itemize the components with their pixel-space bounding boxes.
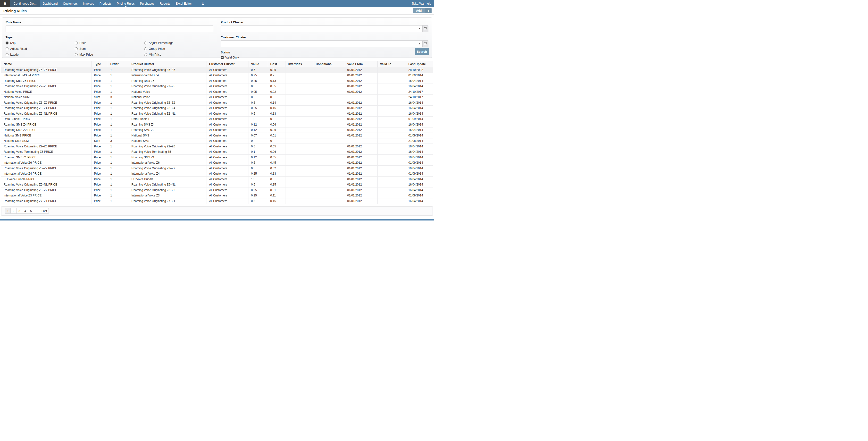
column-header-name[interactable]: Name [1, 61, 92, 67]
nav-item-products[interactable]: Products [97, 0, 114, 7]
column-header-type[interactable]: Type [92, 61, 108, 67]
table-row[interactable]: Roaming Data Z5 PRICEPrice1Roaming Data … [1, 78, 433, 84]
table-cell: All Customers [207, 171, 249, 177]
type-radio-ladder[interactable] [6, 53, 8, 56]
table-row[interactable]: Roaming SMS Z2 PRICEPrice1Roaming SMS Z2… [1, 127, 433, 133]
column-header-conditions[interactable]: Conditions [313, 61, 345, 67]
type-radio-max-price[interactable] [75, 53, 78, 56]
valid-only-checkbox[interactable] [221, 56, 223, 59]
page-button-5[interactable]: 5 [28, 208, 34, 214]
nav-item-reports[interactable]: Reports [157, 0, 173, 7]
valid-only-option[interactable]: Valid Only [221, 56, 428, 59]
type-option-max-price[interactable]: Max Price [75, 53, 144, 56]
nav-item-purchases[interactable]: Purchases [137, 0, 157, 7]
table-row[interactable]: Roaming Voice Originating Z5–Z5 PRICEPri… [1, 67, 433, 73]
nav-item-invoices[interactable]: Invoices [80, 0, 97, 7]
customer-cluster-select[interactable]: ▾ [221, 40, 423, 47]
table-row[interactable]: Roaming SMS Z1 PRICEPrice1Roaming SMS Z1… [1, 155, 433, 160]
product-cluster-copy-button[interactable] [423, 25, 428, 32]
type-radio-sum[interactable] [75, 47, 78, 50]
table-row[interactable]: International Voice Z3 PRICEPrice1Intern… [1, 193, 433, 198]
table-cell: Price [92, 144, 108, 149]
nav-item-dashboard[interactable]: Dashboard [40, 0, 60, 7]
column-header-last-update[interactable]: Last Update [406, 61, 433, 67]
customer-cluster-copy-button[interactable] [423, 40, 428, 47]
type-radio-all[interactable] [6, 41, 8, 45]
page-button-2[interactable]: 2 [11, 208, 17, 214]
column-header-valid-to[interactable]: Valid To [377, 61, 406, 67]
table-cell: 0.15 [268, 198, 285, 204]
nav-item-pricing-rules[interactable]: Pricing Rules [114, 0, 137, 7]
page-button-3[interactable]: 3 [17, 208, 22, 214]
type-radio-adjust-fixed[interactable] [6, 47, 8, 50]
table-row[interactable]: National Voice SUMSum3National VoiceAll … [1, 94, 433, 100]
table-cell [377, 94, 406, 100]
table-cell: 0.25 [249, 78, 268, 84]
table-cell [285, 187, 313, 193]
nav-item-excel-editor[interactable]: Excel Editor [173, 0, 194, 7]
app-logo[interactable]: Ƀ [0, 0, 10, 7]
table-row[interactable]: National SMS SUMSum3National SMSAll Cust… [1, 138, 433, 144]
table-cell [313, 171, 345, 177]
table-row[interactable]: Roaming Voice Terminating Z5 PRICEPrice1… [1, 149, 433, 155]
table-row[interactable]: Roaming Voice Originating Z3–Z2 PRICEPri… [1, 187, 433, 193]
type-option-price[interactable]: Price [75, 41, 144, 45]
table-row[interactable]: Roaming SMS Z4 PRICEPrice1Roaming SMS Z4… [1, 122, 433, 127]
table-row[interactable]: International Voice Z4 PRICEPrice1Intern… [1, 171, 433, 177]
type-option-ladder[interactable]: Ladder [6, 53, 75, 56]
column-header-customer-cluster[interactable]: Customer Cluster [207, 61, 249, 67]
type-option-all[interactable]: (All) [6, 41, 75, 45]
type-radio-price[interactable] [75, 41, 78, 45]
table-cell: 1 [108, 84, 129, 89]
type-options: (All)PriceAdjust PercentageAdjust FixedS… [6, 41, 213, 56]
nav-item-customers[interactable]: Customers [60, 0, 80, 7]
tenant-selector[interactable]: Continuous De… [10, 0, 40, 7]
table-cell: Roaming Voice Originating Z7–Z1 [129, 198, 207, 204]
column-header-value[interactable]: Value [249, 61, 268, 67]
column-header-order[interactable]: Order [108, 61, 129, 67]
type-radio-group-price[interactable] [144, 47, 147, 50]
table-cell: 0.25 [249, 171, 268, 177]
table-cell: 0 [268, 116, 285, 122]
type-radio-adjust-percentage[interactable] [144, 41, 147, 45]
page-button-last[interactable]: Last [40, 208, 49, 214]
add-button[interactable]: Add + [413, 8, 432, 13]
table-row[interactable]: International SMS Z4 PRICEPrice1Internat… [1, 72, 433, 78]
gear-icon[interactable]: ⚙ [199, 0, 207, 7]
table-row[interactable]: Data Bundle L PRICEPrice1Data Bundle LAl… [1, 116, 433, 122]
column-header-overrides[interactable]: Overrides [285, 61, 313, 67]
product-cluster-select[interactable]: ▾ [221, 25, 423, 32]
column-header-product-cluster[interactable]: Product Cluster [129, 61, 207, 67]
type-radio-min-price[interactable] [144, 53, 147, 56]
rule-name-input[interactable] [6, 25, 213, 32]
column-header-valid-from[interactable]: Valid From [345, 61, 377, 67]
table-row[interactable]: Roaming Voice Originating Z2–Z6 PRICEPri… [1, 144, 433, 149]
table-row[interactable]: Roaming Voice Originating Z7–Z5 PRICEPri… [1, 84, 433, 89]
plus-icon[interactable]: + [425, 8, 432, 13]
table-row[interactable]: Roaming Voice Originating Z7–Z1 PRICEPri… [1, 198, 433, 204]
page-button-4[interactable]: 4 [22, 208, 28, 214]
column-header-cost[interactable]: Cost [268, 61, 285, 67]
nav-separator [197, 1, 197, 6]
search-button[interactable]: Search [415, 48, 429, 55]
table-row[interactable]: Roaming Voice Originating Z3–Z7 PRICEPri… [1, 166, 433, 171]
table-row[interactable]: Roaming Voice Originating Z5–NL PRICEPri… [1, 182, 433, 187]
table-row[interactable]: EU Voice Bundle PRICEPrice1EU Voice Bund… [1, 177, 433, 182]
user-name[interactable]: Jiska Warmels [411, 0, 431, 7]
type-option-min-price[interactable]: Min Price [144, 53, 213, 56]
table-cell [285, 111, 313, 117]
page-button-1[interactable]: 1 [5, 208, 11, 214]
table-row[interactable]: Roaming Voice Originating Z5–Z2 PRICEPri… [1, 100, 433, 106]
table-row[interactable]: National Voice PRICEPrice1National Voice… [1, 89, 433, 95]
type-option-group-price[interactable]: Group Price [144, 47, 213, 51]
add-button-label[interactable]: Add [413, 8, 425, 13]
table-cell: 0.13 [268, 78, 285, 84]
table-cell: Roaming SMS Z4 [129, 122, 207, 127]
type-option-adjust-percentage[interactable]: Adjust Percentage [144, 41, 213, 45]
table-row[interactable]: Roaming Voice Originating Z2–NL PRICEPri… [1, 111, 433, 117]
type-option-adjust-fixed[interactable]: Adjust Fixed [6, 47, 75, 51]
table-row[interactable]: International Voice Z6 PRICEPrice1Intern… [1, 160, 433, 166]
table-row[interactable]: National SMS PRICEPrice1National SMSAll … [1, 133, 433, 139]
type-option-sum[interactable]: Sum [75, 47, 144, 51]
table-row[interactable]: Roaming Voice Originating Z3–Z4 PRICEPri… [1, 106, 433, 111]
